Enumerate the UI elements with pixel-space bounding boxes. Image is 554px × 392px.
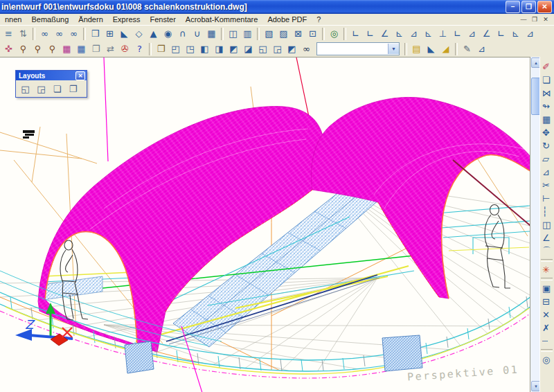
fillet-icon[interactable]: ⌒ [540, 244, 554, 258]
section-profile-icon[interactable]: ◢ [438, 42, 453, 56]
interfere-icon[interactable]: ◎ [327, 27, 341, 41]
zoom-window-icon[interactable]: ⚲ [30, 42, 45, 56]
mdi-restore-button[interactable]: ❐ [529, 15, 540, 24]
menu-item-express[interactable]: Express [108, 15, 145, 24]
ucs-apply-icon[interactable]: ⊿ [523, 27, 537, 41]
view-bottom-icon[interactable]: ◳ [183, 42, 197, 56]
snap-apparent-icon[interactable]: ✗ [540, 321, 554, 335]
ruled-surface-icon[interactable]: ▨ [276, 27, 291, 41]
break-at-point-icon[interactable]: ┆ [540, 205, 554, 218]
render-icon[interactable]: ▦ [60, 42, 74, 56]
menu-item-truncated[interactable]: nnen [0, 15, 26, 24]
scale-icon[interactable]: ▱ [540, 152, 554, 166]
torus-icon[interactable]: ∞ [37, 27, 52, 41]
layer-states-icon[interactable]: ⇅ [16, 27, 30, 41]
sphere-icon[interactable]: ◉ [161, 27, 175, 41]
ucs-z-icon[interactable]: ⊾ [508, 27, 523, 41]
snap-midpoint-icon[interactable]: ⊟ [540, 295, 554, 308]
ucs-y-icon[interactable]: ∟ [494, 27, 508, 41]
view-left-icon[interactable]: ◧ [197, 42, 212, 56]
ucs-world-icon[interactable]: ∟ [363, 27, 377, 41]
zoom-realtime-icon[interactable]: ⚲ [16, 42, 30, 56]
named-views-icon[interactable]: ❐ [154, 42, 168, 56]
ucs-x-icon[interactable]: ∠ [479, 27, 494, 41]
view-ne-iso-icon[interactable]: ◩ [285, 42, 299, 56]
explode-icon[interactable]: ✳ [540, 263, 554, 276]
layouts-palette[interactable]: Layouts ✕ ◱◲❏❐ [15, 70, 87, 98]
regen-icon[interactable]: ⇄ [103, 42, 118, 56]
page-setup-icon[interactable]: ❐ [66, 82, 80, 95]
cone-icon[interactable]: ▲ [146, 27, 161, 41]
snap-center-icon[interactable]: ◎ [540, 353, 554, 366]
ucs-object-icon[interactable]: ⊿ [406, 27, 421, 41]
ucs-icon[interactable]: ∟ [348, 27, 363, 41]
view-top-icon[interactable]: ◰ [168, 42, 183, 56]
rotate-icon[interactable]: ↻ [540, 139, 554, 152]
offset-icon[interactable]: ↬ [540, 100, 554, 113]
mdi-close-button[interactable]: ✕ [540, 15, 551, 24]
ucs-face-icon[interactable]: ⊾ [392, 27, 406, 41]
close-button[interactable]: ✕ [537, 1, 552, 13]
sketch-icon[interactable]: ✎ [460, 42, 474, 56]
ucs-z-axis-icon[interactable]: ∟ [450, 27, 465, 41]
break-icon[interactable]: ◫ [540, 218, 554, 231]
tabulated-surface-icon[interactable]: ▥ [240, 27, 255, 41]
chamfer-icon[interactable]: ∠ [540, 231, 554, 244]
3d-face-icon[interactable]: ⊡ [305, 27, 320, 41]
drawing-canvas[interactable]: Z Layouts ✕ ◱◲❏❐ Perspektive 01 [0, 57, 530, 392]
minimize-button[interactable]: – [506, 1, 520, 13]
snap-extension-icon[interactable]: ┄ [540, 335, 554, 348]
chevron-down-icon[interactable]: ▼ [388, 44, 399, 54]
dome-icon[interactable]: ∩ [175, 27, 190, 41]
ucs-view-icon[interactable]: ⊾ [421, 27, 436, 41]
layout-copy-icon[interactable]: ❏ [50, 82, 64, 95]
trim-icon[interactable]: ✂ [540, 179, 554, 192]
view-front-icon[interactable]: ◩ [226, 42, 241, 56]
restore-button[interactable]: ❐ [521, 1, 536, 13]
aerial-view-icon[interactable]: ∞ [299, 42, 314, 56]
move-icon[interactable]: ✥ [540, 126, 554, 139]
area-query-icon[interactable]: ⊿ [474, 42, 489, 56]
ucs-origin-icon[interactable]: ⊥ [436, 27, 450, 41]
dish-icon[interactable]: ∪ [190, 27, 204, 41]
polyface-mesh-icon[interactable]: ⊠ [291, 27, 305, 41]
help-icon[interactable]: ? [132, 42, 147, 56]
pyramid-icon[interactable]: ◇ [132, 27, 146, 41]
cad-drawing[interactable]: Z [0, 57, 530, 392]
distance-icon[interactable]: ▤ [409, 42, 424, 56]
snap-endpoint-icon[interactable]: ▣ [540, 282, 554, 295]
box-3d-icon[interactable]: ⊞ [102, 27, 117, 41]
copy-icon[interactable]: ❏ [540, 73, 554, 87]
section-view-icon[interactable]: ◣ [424, 42, 438, 56]
draw-order-icon[interactable]: ≡ [1, 27, 16, 41]
wedge-icon[interactable]: ◣ [117, 27, 132, 41]
menu-item-adobe-pdf[interactable]: Adobe PDF [262, 15, 312, 24]
window-titlebar[interactable]: in\entwurf 001\entwurfsdoku 01\008 schal… [0, 0, 554, 14]
torus-icon[interactable]: ∞ [66, 27, 81, 41]
menu-item-aendern[interactable]: Ändern [73, 15, 107, 24]
menu-item-bemassung[interactable]: Bemaßung [26, 15, 73, 24]
revolved-surface-icon[interactable]: ◫ [226, 27, 240, 41]
pan-realtime-icon[interactable]: ✜ [1, 42, 16, 56]
ucs-previous-icon[interactable]: ∠ [377, 27, 392, 41]
snap-intersection-icon[interactable]: ✕ [540, 308, 554, 321]
vertical-scrollbar[interactable]: ▲ ▼ [530, 57, 540, 392]
menu-item-help[interactable]: ? [312, 15, 325, 24]
edge-surface-icon[interactable]: ▧ [262, 27, 276, 41]
close-icon[interactable]: ✕ [75, 71, 85, 80]
erase-icon[interactable]: ✐ [540, 60, 554, 73]
zoom-previous-icon[interactable]: ⚲ [45, 42, 60, 56]
redline-icon[interactable]: ✇ [118, 42, 132, 56]
view-right-icon[interactable]: ◨ [212, 42, 226, 56]
layout-from-template-icon[interactable]: ◱ [18, 82, 33, 95]
menu-item-fenster[interactable]: Fenster [145, 15, 181, 24]
layouts-palette-titlebar[interactable]: Layouts ✕ [16, 71, 87, 80]
view-name-combobox[interactable]: ▼ [316, 42, 400, 55]
hide-icon[interactable]: ▦ [74, 42, 89, 56]
shade-icon[interactable]: ❐ [89, 42, 103, 56]
box-surface-icon[interactable]: ❒ [88, 27, 102, 41]
ucs-3point-icon[interactable]: ⊿ [465, 27, 479, 41]
array-icon[interactable]: ▦ [540, 113, 554, 126]
torus-icon[interactable]: ∞ [52, 27, 66, 41]
extend-icon[interactable]: ⊢ [540, 192, 554, 205]
